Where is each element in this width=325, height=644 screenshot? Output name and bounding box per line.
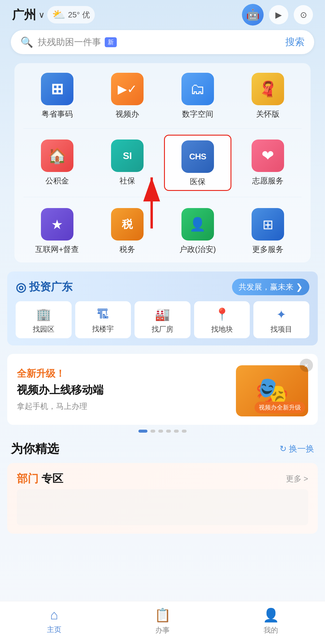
search-placeholder: 扶残助困一件事 xyxy=(38,36,101,48)
yueshima-icon: ⊞ xyxy=(41,73,73,105)
invest-item-louyu[interactable]: 🏗 找楼宇 xyxy=(75,301,131,338)
shuiwu-icon: 税 xyxy=(111,208,144,241)
home-label: 主页 xyxy=(47,625,61,634)
dikuai-label: 找地块 xyxy=(211,324,233,334)
huzheng-label: 户政(治安) xyxy=(179,244,216,255)
dept-title-orange: 部门 xyxy=(17,472,39,485)
nav-item-profile[interactable]: 👤 我的 xyxy=(217,607,325,635)
search-button[interactable]: 搜索 xyxy=(285,35,305,49)
invest-header: ◎ 投资广东 共发展，赢未来 ❯ xyxy=(16,279,309,295)
shuiwu-label: 税务 xyxy=(119,244,135,255)
xiangmu-label: 找项目 xyxy=(271,324,292,334)
service-item-huzheng[interactable]: 👤 户政(治安) xyxy=(164,203,231,258)
invest-item-xiangmu[interactable]: ✦ 找项目 xyxy=(253,301,309,338)
curated-title: 为你精选 xyxy=(11,440,59,457)
invest-item-changfang[interactable]: 🏭 找厂房 xyxy=(135,301,190,338)
profile-icon: 👤 xyxy=(263,607,279,623)
invest-tagline-text: 共发展，赢未来 xyxy=(239,282,293,292)
gengduo-label: 更多服务 xyxy=(252,244,283,255)
weather-badge: ⛅ 25° 优 xyxy=(47,6,95,23)
refresh-button[interactable]: ↻ 换一换 xyxy=(280,443,314,455)
dept-header: 部门 专区 更多 > xyxy=(17,471,308,486)
invest-grid: 🏢 找园区 🏗 找楼宇 🏭 找厂房 📍 找地块 ✦ 找项目 xyxy=(16,301,309,338)
location-area[interactable]: 广州 ∨ ⛅ 25° 优 xyxy=(12,6,95,23)
banner-section: 全新升级！ 视频办上线移动端 拿起手机，马上办理 🎭 视频办全新升级 × xyxy=(7,354,318,425)
service-item-shuiwu[interactable]: 税 税务 xyxy=(94,203,161,258)
invest-logo-text: 投资广东 xyxy=(29,280,73,294)
close-icon: × xyxy=(304,361,308,370)
service-item-shebao[interactable]: SI 社保 xyxy=(94,135,161,191)
new-badge: 新 xyxy=(105,37,117,47)
refresh-label: 换一换 xyxy=(289,443,314,455)
banner-subtitle: 拿起手机，马上办理 xyxy=(17,401,224,412)
invest-tagline-icon: ❯ xyxy=(296,282,303,292)
zhiyuanfuwu-icon: ❤ xyxy=(252,140,284,172)
invest-item-yuanqu[interactable]: 🏢 找园区 xyxy=(16,301,72,338)
banner-dots xyxy=(0,430,325,433)
service-item-shipinban[interactable]: ▶✓ 视频办 xyxy=(94,68,161,122)
yuanqu-icon: 🏢 xyxy=(36,307,51,321)
weather-temp: 25° xyxy=(68,10,80,20)
search-icon: 🔍 xyxy=(20,36,33,48)
dot-2 xyxy=(150,430,155,433)
yuanqu-label: 找园区 xyxy=(33,324,54,334)
nav-item-home[interactable]: ⌂ 主页 xyxy=(0,607,108,635)
tasks-label: 办事 xyxy=(155,625,170,635)
shuzikongjian-icon: 🗂 xyxy=(181,73,214,105)
banner-title: 视频办上线移动端 xyxy=(17,383,224,397)
changfang-label: 找厂房 xyxy=(152,324,173,334)
shuzikongjian-label: 数字空间 xyxy=(182,109,213,119)
yibao-icon: CHS xyxy=(181,140,214,173)
status-right: 🤖 ▶ ⊙ xyxy=(242,4,313,26)
hulianwang-label: 互联网+督查 xyxy=(35,244,79,255)
hulianwang-icon: ★ xyxy=(41,208,73,241)
robot-avatar[interactable]: 🤖 xyxy=(242,4,264,26)
dept-more-button[interactable]: 更多 > xyxy=(286,474,308,484)
service-item-yibao[interactable]: CHS 医保 xyxy=(164,135,231,191)
dept-title: 部门 专区 xyxy=(17,471,63,486)
banner-close-button[interactable]: × xyxy=(300,359,313,372)
service-item-yueshima[interactable]: ⊞ 粤省事码 xyxy=(23,68,91,122)
dot-1 xyxy=(138,430,147,433)
status-bar: 广州 ∨ ⛅ 25° 优 🤖 ▶ ⊙ xyxy=(0,0,325,27)
invest-tagline[interactable]: 共发展，赢未来 ❯ xyxy=(232,279,309,295)
shebao-label: 社保 xyxy=(119,176,135,186)
invest-item-dikuai[interactable]: 📍 找地块 xyxy=(194,301,250,338)
service-item-zhiyuanfuwu[interactable]: ❤ 志愿服务 xyxy=(234,135,302,191)
location-chevron-icon: ∨ xyxy=(39,10,45,20)
camera-icon[interactable]: ⊙ xyxy=(294,5,313,24)
curated-header: 为你精选 ↻ 换一换 xyxy=(0,437,325,463)
tasks-icon: 📋 xyxy=(154,607,171,623)
louyu-label: 找楼宇 xyxy=(92,324,114,334)
nav-item-tasks[interactable]: 📋 办事 xyxy=(108,607,217,635)
dept-card: 部门 专区 更多 > xyxy=(7,463,318,534)
banner-text-area: 全新升级！ 视频办上线移动端 拿起手机，马上办理 xyxy=(17,367,224,412)
dept-content-placeholder xyxy=(17,489,308,525)
search-bar[interactable]: 🔍 扶残助困一件事 新 搜索 xyxy=(11,30,314,54)
xiangmu-icon: ✦ xyxy=(276,308,286,321)
profile-label: 我的 xyxy=(264,625,278,635)
yueshima-label: 粤省事码 xyxy=(42,109,73,119)
invest-section: ◎ 投资广东 共发展，赢未来 ❯ 🏢 找园区 🏗 找楼宇 🏭 找厂房 📍 找地块… xyxy=(7,271,318,345)
dept-title-dark: 专区 xyxy=(42,472,63,485)
gengduo-icon: ⊞ xyxy=(252,208,284,241)
service-item-shuzikongjian[interactable]: 🗂 数字空间 xyxy=(164,68,231,122)
zhiyuanfuwu-label: 志愿服务 xyxy=(252,176,283,186)
gongjijin-icon: 🏠 xyxy=(41,140,73,172)
shipinban-label: 视频办 xyxy=(116,109,139,119)
shipinban-icon: ▶✓ xyxy=(111,73,144,105)
service-item-gongjijin[interactable]: 🏠 公积金 xyxy=(23,135,91,191)
banner-image-area: 🎭 视频办全新升级 xyxy=(224,362,308,416)
yibao-label: 医保 xyxy=(190,176,206,187)
dot-5 xyxy=(174,430,179,433)
weather-icon: ⛅ xyxy=(52,8,66,21)
service-item-gengduo[interactable]: ⊞ 更多服务 xyxy=(234,203,302,258)
home-icon: ⌂ xyxy=(50,607,58,622)
location-nav-icon[interactable]: ▶ xyxy=(269,5,288,24)
service-item-hulianwang[interactable]: ★ 互联网+督查 xyxy=(23,203,91,258)
invest-logo[interactable]: ◎ 投资广东 xyxy=(16,280,73,294)
dot-6 xyxy=(182,430,187,433)
bottom-nav: ⌂ 主页 📋 办事 👤 我的 xyxy=(0,601,325,644)
refresh-icon: ↻ xyxy=(280,444,286,454)
service-item-guanhuaiban[interactable]: 🧣 关怀版 xyxy=(234,68,302,122)
